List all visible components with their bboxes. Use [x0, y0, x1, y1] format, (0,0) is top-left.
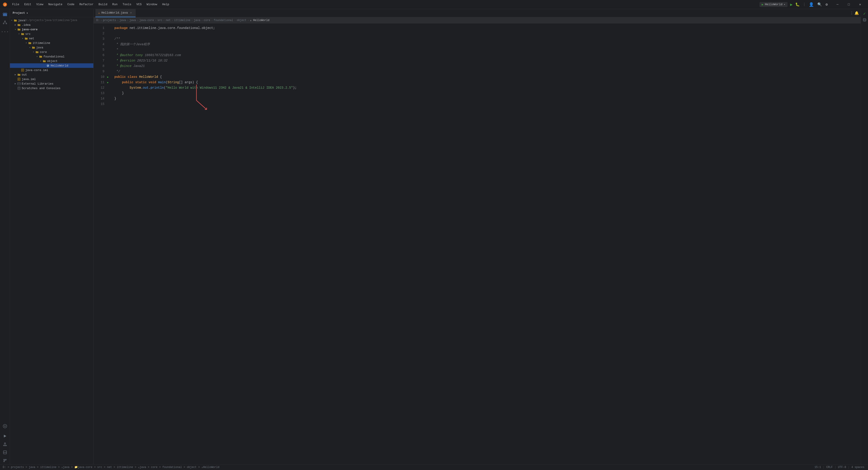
menu-edit[interactable]: Edit — [22, 2, 33, 7]
code-line[interactable] — [114, 101, 861, 107]
tree-item-java-core-iml[interactable]: java-core.iml — [10, 68, 93, 72]
code-line[interactable]: public class HelloWorld { — [114, 74, 861, 80]
project-chevron[interactable]: ▾ — [26, 11, 28, 15]
sidebar-icon-git[interactable] — [1, 457, 8, 464]
more-run-button[interactable]: ⋮ — [802, 2, 806, 7]
code-line[interactable]: /** — [114, 36, 861, 41]
menu-navigate[interactable]: Navigate — [46, 2, 65, 7]
menu-help[interactable]: Help — [160, 2, 171, 7]
menu-code[interactable]: Code — [65, 2, 76, 7]
tree-item-core[interactable]: ▾core — [10, 50, 93, 54]
breadcrumb-item[interactable]: core — [204, 19, 210, 22]
menu-run[interactable]: Run — [110, 2, 120, 7]
tree-item-src[interactable]: ▾src — [10, 32, 93, 36]
breadcrumb-item[interactable]: foundational — [214, 19, 233, 22]
status-encoding[interactable]: UTF-8 — [837, 466, 847, 469]
code-line[interactable]: * 我的第一个Java程序 — [114, 41, 861, 47]
editor-tab-helloworld[interactable]: ☕ HelloWorld.java ✕ — [95, 9, 135, 17]
code-line[interactable]: * @since Java21 — [114, 63, 861, 69]
tree-arrow[interactable]: ▶ — [13, 73, 17, 77]
tab-close-button[interactable]: ✕ — [129, 11, 133, 15]
tree-arrow[interactable]: ▾ — [24, 41, 28, 45]
tree-item-java-dir[interactable]: ▾java — [10, 45, 93, 50]
run-button[interactable]: ▶ — [790, 2, 793, 7]
tree-item-java-core[interactable]: ▾java-core — [10, 27, 93, 32]
sidebar-icon-inbox[interactable] — [1, 449, 8, 456]
restore-button[interactable]: □ — [844, 1, 854, 8]
menu-build[interactable]: Build — [96, 2, 110, 7]
tree-item-idea[interactable]: ▶.idea — [10, 23, 93, 27]
code-line[interactable]: } — [114, 96, 861, 101]
settings-icon[interactable]: ⚙ — [826, 2, 828, 7]
menu-window[interactable]: Window — [145, 2, 160, 7]
breadcrumb-item[interactable]: projects — [103, 19, 116, 22]
code-line[interactable]: * @version 2023/11/16 18:32 — [114, 58, 861, 63]
code-content[interactable]: package net.ittimeline.java.core.foundat… — [113, 24, 861, 464]
sidebar-icon-deploy[interactable] — [1, 441, 8, 448]
tree-item-java-root[interactable]: ▾java D:/projects/java/ittimeline/java — [10, 18, 93, 23]
code-line[interactable]: */ — [114, 69, 861, 74]
sidebar-icon-more[interactable]: ··· — [1, 28, 8, 35]
tree-arrow[interactable]: ▶ — [13, 23, 17, 27]
gutter-cell[interactable]: ▶ — [107, 80, 113, 85]
tree-arrow[interactable]: ▾ — [35, 55, 39, 58]
breadcrumb-item[interactable]: src — [157, 19, 162, 22]
breadcrumb-item[interactable]: java-core — [139, 19, 154, 22]
tree-arrow[interactable]: ▾ — [21, 37, 24, 40]
code-line[interactable]: public static void main(String[] args) { — [114, 80, 861, 85]
breadcrumb-item[interactable]: ittimeline — [174, 19, 190, 22]
breadcrumb-item[interactable]: object — [237, 19, 246, 22]
sidebar-icon-structure[interactable] — [1, 19, 8, 26]
menu-refactor[interactable]: Refactor — [77, 2, 96, 7]
tree-item-object[interactable]: ▾object — [10, 59, 93, 63]
tree-arrow[interactable]: ▶ — [13, 82, 17, 86]
code-line[interactable]: * @author tony 18601767221@163.com — [114, 53, 861, 58]
tree-arrow[interactable]: ▾ — [17, 32, 21, 36]
status-line-ending[interactable]: CRLF — [825, 466, 834, 469]
tree-arrow[interactable]: ▾ — [32, 50, 35, 54]
tree-item-ext-libs[interactable]: ▶External Libraries — [10, 82, 93, 86]
right-icon-db[interactable] — [862, 17, 867, 23]
notifications-button[interactable]: 🔔 — [855, 11, 859, 16]
tree-arrow[interactable]: ▾ — [39, 59, 42, 63]
sidebar-icon-run[interactable] — [1, 422, 8, 430]
menu-tools[interactable]: Tools — [120, 2, 133, 7]
code-editor[interactable]: 123456789101112131415 ▶▶ package net.itt… — [94, 24, 861, 464]
breadcrumb-item[interactable]: java — [194, 19, 200, 22]
tree-item-foundational[interactable]: ▾foundational — [10, 54, 93, 59]
code-line[interactable]: package net.ittimeline.java.core.foundat… — [114, 25, 861, 31]
profile-icon[interactable]: 👤 — [809, 2, 814, 7]
status-indent[interactable]: 4 spaces — [850, 466, 865, 469]
breadcrumb-item[interactable]: ☕ HelloWorld — [250, 19, 269, 22]
menu-file[interactable]: File — [10, 2, 22, 7]
tree-item-scratches[interactable]: Scratches and Consoles — [10, 86, 93, 90]
tree-item-ittimeline[interactable]: ▾ittimeline — [10, 41, 93, 45]
breadcrumb-item[interactable]: net — [166, 19, 170, 22]
tree-arrow[interactable]: ▾ — [28, 46, 32, 49]
code-line[interactable]: System.out.println("Hello World with Win… — [114, 85, 861, 90]
tree-item-java-iml[interactable]: java.iml — [10, 77, 93, 82]
tree-item-HelloWorld[interactable]: JHelloWorld — [10, 63, 93, 68]
breadcrumb-item[interactable]: java — [119, 19, 126, 22]
breadcrumb-item[interactable]: java — [129, 19, 136, 22]
tabs-more-button[interactable]: ⋮ — [850, 11, 854, 16]
sidebar-icon-project[interactable] — [1, 11, 8, 18]
code-line[interactable]: * — [114, 47, 861, 53]
tree-item-net[interactable]: ▾net — [10, 36, 93, 41]
breadcrumb-item[interactable]: D: — [96, 19, 99, 22]
menu-vcs[interactable]: VCS — [134, 2, 144, 7]
code-line[interactable] — [114, 31, 861, 36]
close-button[interactable]: ✕ — [855, 1, 865, 8]
search-icon[interactable]: 🔍 — [817, 2, 822, 7]
menu-view[interactable]: View — [34, 2, 45, 7]
minimize-button[interactable]: ─ — [832, 1, 843, 8]
gutter-cell[interactable]: ▶ — [107, 74, 113, 80]
code-line[interactable]: } — [114, 90, 861, 96]
tree-arrow[interactable]: ▾ — [13, 28, 17, 31]
run-configuration[interactable]: ▶ HelloWorld ▾ — [760, 2, 787, 7]
status-position[interactable]: 15:1 — [813, 466, 822, 469]
tree-item-out[interactable]: ▶out — [10, 72, 93, 77]
sidebar-icon-run2[interactable] — [1, 433, 8, 440]
tree-arrow[interactable]: ▾ — [10, 19, 13, 22]
debug-button[interactable]: 🐛 — [795, 2, 800, 7]
